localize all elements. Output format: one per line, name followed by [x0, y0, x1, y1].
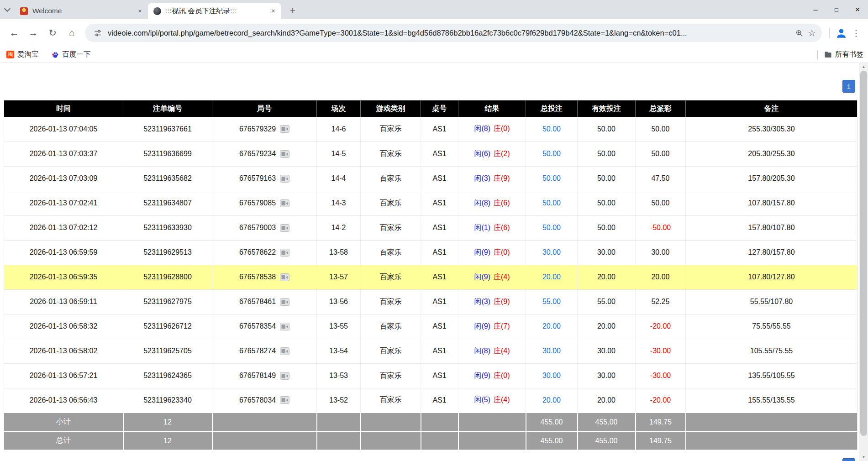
total-bet-link[interactable]: 55.00: [542, 298, 561, 305]
welcome-favicon: [20, 7, 28, 15]
minimize-button[interactable]: ─: [805, 0, 826, 19]
video-replay-icon[interactable]: [280, 323, 289, 330]
player-result: 闲(9): [474, 248, 490, 256]
column-header: 桌号: [421, 100, 458, 117]
round-number: 676578274: [239, 347, 276, 355]
footer-count-cell: 12: [123, 413, 212, 431]
total-bet-link[interactable]: 50.00: [542, 174, 561, 182]
pagination-button-bottom[interactable]: 1: [842, 458, 855, 461]
banker-result: 庄(4): [494, 396, 510, 403]
scroll-down-icon[interactable]: ▼: [859, 453, 868, 461]
forward-button[interactable]: →: [25, 24, 42, 42]
column-header: 场次: [317, 100, 361, 117]
total-bet-cell: 20.00: [526, 388, 578, 413]
round-number: 676578354: [239, 322, 276, 330]
scroll-up-icon[interactable]: ▲: [859, 63, 868, 71]
tab-bet-records[interactable]: :::视讯 会员下注纪录::: ×: [148, 3, 281, 19]
video-replay-icon[interactable]: [280, 249, 289, 257]
back-button[interactable]: ←: [5, 24, 23, 42]
bet-record-row[interactable]: 2026-01-13 06:56:43523119623340676578034…: [4, 388, 857, 413]
video-replay-icon[interactable]: [280, 224, 289, 232]
bet-record-row[interactable]: 2026-01-13 06:59:59523119629513676578622…: [4, 240, 857, 265]
column-header: 时间: [4, 100, 123, 117]
video-replay-icon[interactable]: [280, 150, 289, 158]
game-type-cell: 百家乐: [361, 215, 421, 240]
round-number-cell: 676578274: [212, 339, 317, 363]
footer-empty-cell: [361, 431, 421, 450]
video-replay-icon[interactable]: [280, 347, 289, 355]
url-text[interactable]: videoie.com/ipl/portal.php/game/betrecor…: [108, 29, 788, 37]
total-bet-link[interactable]: 50.00: [542, 199, 561, 207]
home-button[interactable]: ⌂: [63, 24, 80, 42]
total-bet-link[interactable]: 50.00: [542, 224, 561, 231]
bookmark-label: 百度一下: [63, 50, 91, 59]
bookmark-aitaobao[interactable]: 淘 爱淘宝: [6, 50, 39, 59]
total-bet-link[interactable]: 20.00: [542, 322, 561, 330]
total-bet-link[interactable]: 20.00: [542, 396, 561, 404]
bet-record-row[interactable]: 2026-01-13 07:03:09523119635682676579163…: [4, 166, 857, 191]
bookmarks-divider: [817, 50, 818, 59]
session-cell: 13-52: [317, 388, 361, 413]
table-number-cell: AS1: [421, 265, 458, 289]
player-result: 闲(5): [474, 396, 490, 403]
maximize-button[interactable]: □: [826, 0, 847, 19]
video-replay-icon[interactable]: [280, 372, 289, 380]
session-cell: 14-5: [317, 141, 361, 166]
video-replay-icon[interactable]: [280, 298, 289, 306]
total-bet-cell: 50.00: [526, 191, 578, 215]
profile-icon[interactable]: [833, 25, 849, 41]
banker-result: 庄(6): [494, 224, 510, 231]
session-cell: 14-3: [317, 191, 361, 215]
total-bet-link[interactable]: 50.00: [542, 125, 561, 133]
table-number-cell: AS1: [421, 166, 458, 191]
bet-record-row[interactable]: 2026-01-13 07:03:37523119636699676579234…: [4, 141, 857, 166]
tab-welcome[interactable]: Welcome ×: [15, 3, 148, 19]
tab-title: :::视讯 会员下注纪录:::: [166, 6, 266, 16]
time-cell: 2026-01-13 07:03:37: [4, 141, 123, 166]
round-number-cell: 676579329: [212, 117, 317, 141]
bet-record-row[interactable]: 2026-01-13 06:57:21523119624365676578149…: [4, 363, 857, 388]
bet-record-row[interactable]: 2026-01-13 07:04:05523119637661676579329…: [4, 117, 857, 141]
total-bet-link[interactable]: 50.00: [542, 150, 561, 157]
video-replay-icon[interactable]: [280, 175, 289, 183]
total-bet-link[interactable]: 30.00: [542, 372, 561, 379]
video-replay-icon[interactable]: [280, 396, 289, 404]
remark-cell: 107.80/127.80: [686, 265, 857, 289]
tab-close-icon[interactable]: ×: [136, 7, 144, 16]
total-bet-link[interactable]: 30.00: [542, 248, 561, 256]
tab-search-button[interactable]: [0, 0, 15, 19]
all-bookmarks-button[interactable]: 所有书签: [835, 50, 863, 59]
video-replay-icon[interactable]: [280, 125, 289, 133]
site-info-icon[interactable]: [91, 26, 104, 39]
bet-number-cell: 523119635682: [123, 166, 212, 191]
close-button[interactable]: ×: [847, 0, 868, 19]
bookmark-baidu[interactable]: 百度一下: [52, 50, 91, 59]
bookmarks-right: 所有书签: [817, 50, 863, 59]
footer-count-cell: 12: [123, 431, 212, 450]
new-tab-button[interactable]: +: [286, 4, 300, 17]
bet-record-row[interactable]: 2026-01-13 06:58:32523119626712676578354…: [4, 314, 857, 339]
bet-record-row[interactable]: 2026-01-13 07:02:41523119634807676579085…: [4, 191, 857, 215]
tab-close-icon[interactable]: ×: [269, 7, 278, 16]
bet-record-row[interactable]: 2026-01-13 06:59:35523119628800676578538…: [4, 265, 857, 289]
scrollbar-thumb[interactable]: [860, 71, 867, 436]
menu-icon[interactable]: ⋮: [849, 24, 863, 42]
zoom-icon[interactable]: [793, 26, 805, 39]
bet-record-row[interactable]: 2026-01-13 06:59:11523119627975676578461…: [4, 289, 857, 314]
remark-cell: 55.55/107.80: [686, 289, 857, 314]
player-result: 闲(9): [474, 322, 490, 330]
time-cell: 2026-01-13 06:59:35: [4, 265, 123, 289]
url-bar[interactable]: videoie.com/ipl/portal.php/game/betrecor…: [85, 24, 822, 42]
bookmark-star-icon[interactable]: ☆: [805, 26, 818, 39]
page-scrollbar[interactable]: ▲ ▼: [859, 63, 868, 461]
video-replay-icon[interactable]: [280, 273, 289, 281]
reload-button[interactable]: ↻: [44, 24, 61, 42]
total-bet-link[interactable]: 30.00: [542, 347, 561, 355]
footer-empty-cell: [686, 413, 857, 431]
session-cell: 14-6: [317, 117, 361, 141]
video-replay-icon[interactable]: [280, 199, 289, 207]
bet-record-row[interactable]: 2026-01-13 06:58:02523119625705676578274…: [4, 339, 857, 363]
total-bet-link[interactable]: 20.00: [542, 273, 561, 281]
pagination-button-top[interactable]: 1: [842, 80, 855, 93]
bet-record-row[interactable]: 2026-01-13 07:02:12523119633930676579003…: [4, 215, 857, 240]
